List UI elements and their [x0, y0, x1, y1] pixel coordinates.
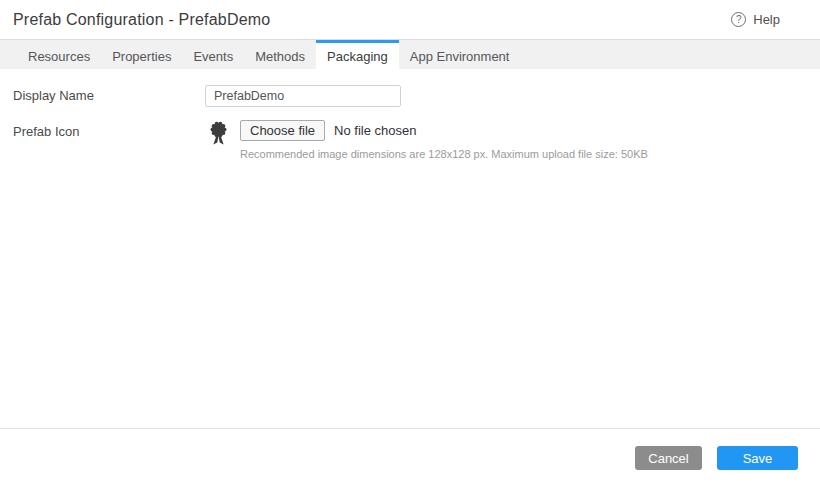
tab-methods[interactable]: Methods [244, 40, 316, 69]
tab-packaging[interactable]: Packaging [316, 40, 399, 69]
prefab-icon-row: Prefab Icon [13, 119, 820, 160]
cancel-button[interactable]: Cancel [635, 446, 702, 470]
dialog-header: Prefab Configuration - PrefabDemo ? Help [0, 0, 820, 40]
award-ribbon-icon [209, 120, 228, 147]
file-status-text: No file chosen [334, 123, 416, 138]
display-name-row: Display Name [13, 85, 820, 107]
save-button[interactable]: Save [717, 446, 798, 470]
packaging-tab-panel: Display Name Prefab Icon [0, 69, 820, 428]
help-question-icon: ? [731, 12, 746, 27]
tab-events[interactable]: Events [182, 40, 244, 69]
upload-hint-text: Recommended image dimensions are 128x128… [240, 148, 648, 160]
file-upload-block: Choose file No file chosen Recommended i… [240, 119, 648, 160]
page-title: Prefab Configuration - PrefabDemo [13, 11, 270, 29]
display-name-label: Display Name [13, 85, 205, 107]
help-label: Help [753, 12, 780, 27]
help-button[interactable]: ? Help [731, 12, 780, 27]
tab-bar: Resources Properties Events Methods Pack… [0, 40, 820, 69]
tab-properties[interactable]: Properties [101, 40, 182, 69]
display-name-input[interactable] [205, 85, 401, 107]
tab-app-environment[interactable]: App Environment [399, 40, 521, 69]
file-input: Choose file No file chosen [240, 120, 648, 141]
prefab-icon-field: Choose file No file chosen Recommended i… [205, 119, 648, 160]
choose-file-button[interactable]: Choose file [240, 120, 325, 141]
dialog-footer: Cancel Save [0, 428, 820, 485]
tab-resources[interactable]: Resources [17, 40, 101, 69]
prefab-icon-label: Prefab Icon [13, 119, 205, 145]
